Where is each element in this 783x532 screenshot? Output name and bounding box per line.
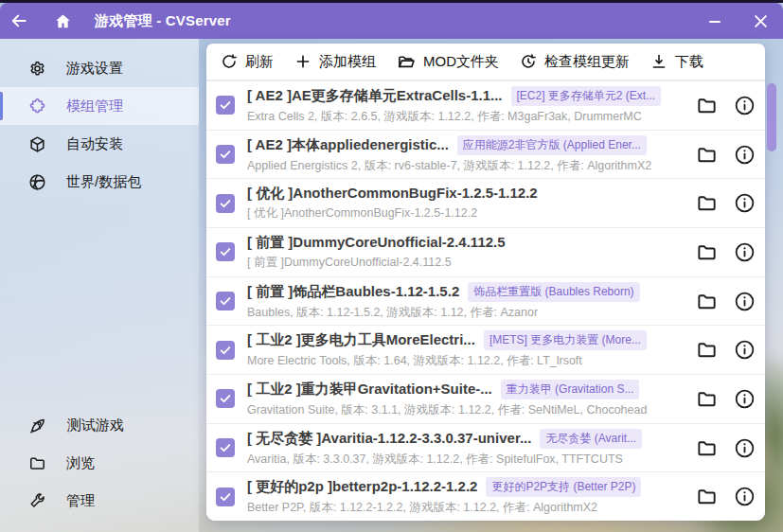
mod-checkbox[interactable]: [216, 341, 235, 360]
folder-icon: [28, 454, 46, 472]
mod-info: [ AE2 ]AE更多存储单元ExtraCells-1.1... [EC2] 更…: [247, 86, 684, 125]
info-icon: [734, 339, 756, 361]
rocket-icon: [28, 416, 47, 434]
mod-info-button[interactable]: [734, 291, 756, 312]
mod-title: [ 无尽贪婪 ]Avaritia-1.12.2-3.3.0.37-univer.…: [247, 430, 531, 448]
mod-info: [ 更好的p2p ]betterp2p-1.12.2-1.2.2 更好的P2P支…: [247, 477, 684, 516]
mod-info-button[interactable]: [734, 339, 756, 361]
sidebar-item-folder[interactable]: 浏览: [0, 444, 199, 482]
sidebar-item-cube[interactable]: 自动安装: [0, 125, 199, 163]
toolbar-button-label: MOD文件夹: [423, 53, 499, 71]
folder-icon: [696, 144, 718, 166]
toolbar-button-label: 刷新: [245, 53, 274, 71]
folder-icon: [696, 437, 718, 459]
checkmark-icon: [219, 490, 232, 504]
mod-subtitle: Better P2P, 版本: 1.12.2-1.2.2, 游戏版本: 1.12…: [247, 500, 684, 516]
download-button[interactable]: 下载: [640, 44, 714, 80]
mod-title: [ 工业2 ]重力装甲Gravitation+Suite-...: [247, 381, 492, 399]
mod-row: [ 前置 ]饰品栏Baubles-1.12-1.5.2 饰品栏重置版 (Baub…: [206, 277, 765, 327]
back-button[interactable]: [0, 3, 38, 39]
folder-icon: [696, 95, 718, 116]
mod-info-button[interactable]: [734, 144, 756, 166]
home-icon: [54, 12, 72, 30]
mod-checkbox[interactable]: [216, 242, 235, 261]
mod-info-button[interactable]: [734, 388, 756, 410]
scrollbar-thumb[interactable]: [767, 83, 776, 151]
mod-checkbox[interactable]: [216, 438, 235, 457]
refresh-button[interactable]: 刷新: [210, 44, 284, 80]
mod-info-button[interactable]: [734, 192, 756, 214]
mod-row: [ AE2 ]AE更多存储单元ExtraCells-1.1... [EC2] 更…: [206, 81, 765, 131]
refresh-icon: [221, 53, 238, 70]
info-icon: [734, 388, 756, 410]
open-folder-button[interactable]: [696, 95, 718, 116]
info-icon: [734, 95, 756, 116]
globe-icon: [28, 173, 46, 191]
mod-subtitle: [ 优化 ]AnotherCommonBugFix-1.2.5-1.12.2: [247, 205, 684, 222]
mod-info-button[interactable]: [734, 241, 756, 263]
mod-info: [ 工业2 ]重力装甲Gravitation+Suite-... 重力装甲 (G…: [247, 380, 684, 418]
wrench-icon: [28, 492, 46, 510]
plus-button[interactable]: 添加模组: [284, 44, 386, 80]
mod-checkbox[interactable]: [216, 145, 235, 164]
mod-checkbox[interactable]: [216, 292, 235, 310]
mod-translation-tag: 更好的P2P支持 (Better P2P): [486, 477, 641, 497]
checkmark-icon: [219, 148, 232, 161]
history-icon: [520, 53, 537, 70]
minimize-icon: [708, 14, 721, 27]
mod-info: [ 无尽贪婪 ]Avaritia-1.12.2-3.3.0.37-univer.…: [247, 429, 684, 468]
folder-open-button[interactable]: MOD文件夹: [386, 44, 509, 80]
open-folder-button[interactable]: [696, 144, 718, 166]
mod-info: [ 前置 ]DummyCoreUnofficial-2.4.112.5 [ 前置…: [247, 234, 684, 271]
mod-translation-tag: 重力装甲 (Gravitation S...: [501, 380, 640, 399]
mod-translation-tag: [METS] 更多电力装置 (More...: [484, 330, 647, 350]
mod-info-button[interactable]: [734, 437, 756, 459]
mod-subtitle: Extra Cells 2, 版本: 2.6.5, 游戏版本: 1.12.2, …: [247, 109, 684, 125]
mod-info: [ 优化 ]AnotherCommonBugFix-1.2.5-1.12.2 […: [247, 185, 684, 222]
mod-row: [ AE2 ]本体appliedenergistic... 应用能源2非官方版 …: [206, 131, 765, 180]
minimize-button[interactable]: [696, 3, 734, 39]
sidebar-item-wrench[interactable]: 管理: [0, 482, 199, 520]
mod-subtitle: More Electric Tools, 版本: 1.64, 游戏版本: 1.1…: [247, 353, 684, 369]
info-icon: [734, 192, 756, 214]
open-folder-button[interactable]: [696, 192, 718, 214]
mod-checkbox[interactable]: [216, 194, 235, 213]
open-folder-button[interactable]: [696, 437, 718, 459]
sidebar-item-globe[interactable]: 世界/数据包: [0, 163, 199, 201]
mod-title: [ 工业2 ]更多电力工具MoreElectri...: [247, 331, 475, 349]
close-button[interactable]: [741, 3, 779, 39]
mod-checkbox[interactable]: [216, 96, 235, 115]
mod-checkbox[interactable]: [216, 389, 235, 408]
sidebar-item-gear[interactable]: 游戏设置: [0, 49, 199, 87]
open-folder-button[interactable]: [696, 486, 718, 507]
open-folder-button[interactable]: [696, 241, 718, 263]
sidebar-top-group: 游戏设置 模组管理 自动安装 世界/数据包: [0, 49, 199, 201]
checkmark-icon: [219, 294, 232, 308]
checkmark-icon: [219, 197, 232, 210]
history-button[interactable]: 检查模组更新: [509, 44, 640, 80]
checkmark-icon: [219, 392, 232, 405]
mod-subtitle: Gravitation Suite, 版本: 3.1.1, 游戏版本: 1.12…: [247, 402, 684, 418]
folder-icon: [696, 291, 718, 312]
mod-title: [ 前置 ]DummyCoreUnofficial-2.4.112.5: [247, 234, 506, 252]
sidebar-item-label: 自动安装: [66, 135, 123, 153]
open-folder-button[interactable]: [696, 291, 718, 312]
puzzle-icon: [28, 98, 46, 115]
mod-checkbox[interactable]: [216, 488, 235, 506]
checkmark-icon: [219, 441, 232, 454]
main-panel: 刷新 添加模组 MOD文件夹 检查模组更新 下载 [ AE2 ]AE更多存储单元…: [206, 44, 765, 521]
open-folder-button[interactable]: [696, 339, 718, 361]
mod-info-button[interactable]: [734, 486, 756, 507]
home-button[interactable]: [44, 3, 81, 39]
folder-icon: [696, 339, 718, 361]
sidebar-item-rocket[interactable]: 测试游戏: [0, 406, 199, 444]
mod-title: [ AE2 ]本体appliedenergistic...: [247, 136, 449, 154]
cube-icon: [28, 135, 46, 153]
mod-title: [ 前置 ]饰品栏Baubles-1.12-1.5.2: [247, 283, 459, 301]
mod-title: [ AE2 ]AE更多存储单元ExtraCells-1.1...: [247, 87, 503, 105]
open-folder-button[interactable]: [696, 388, 718, 410]
mod-info-button[interactable]: [734, 95, 756, 116]
sidebar-item-puzzle[interactable]: 模组管理: [0, 87, 199, 125]
toolbar-button-label: 添加模组: [319, 53, 376, 71]
folder-icon: [696, 486, 718, 507]
